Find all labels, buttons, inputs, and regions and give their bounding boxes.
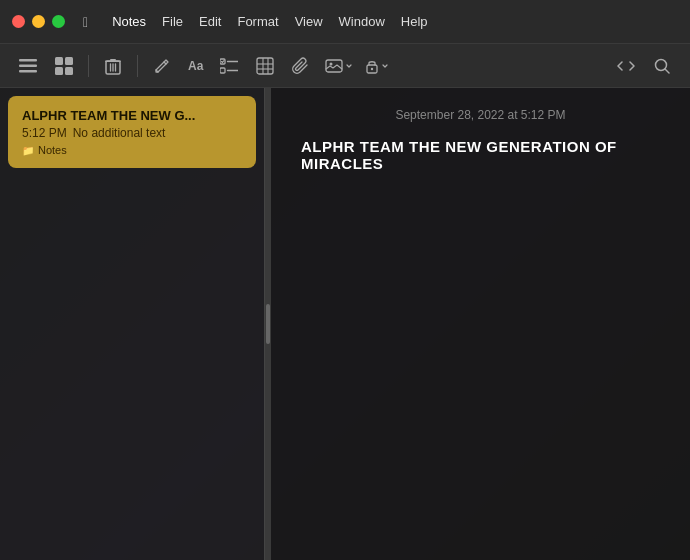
svg-rect-17	[257, 58, 273, 74]
title-bar:  Notes File Edit Format View Window Hel…	[0, 0, 690, 44]
note-folder: 📁 Notes	[22, 144, 242, 156]
menu-notes[interactable]: Notes	[104, 12, 154, 31]
resize-divider[interactable]	[265, 88, 271, 560]
note-content-title[interactable]: ALPHR TEAM THE NEW GENERATION OF MIRACLE…	[301, 138, 660, 172]
svg-rect-3	[55, 57, 63, 65]
svg-rect-22	[326, 60, 342, 72]
apple-icon: 	[83, 14, 88, 30]
photo-button[interactable]	[321, 50, 357, 82]
note-date: September 28, 2022 at 5:12 PM	[301, 108, 660, 122]
separator-1	[88, 55, 89, 77]
note-time: 5:12 PM	[22, 126, 67, 140]
main-content: ALPHR TEAM THE NEW G... 5:12 PM No addit…	[0, 88, 690, 560]
attachment-button[interactable]	[285, 50, 317, 82]
search-button[interactable]	[646, 50, 678, 82]
sidebar: ALPHR TEAM THE NEW G... 5:12 PM No addit…	[0, 88, 265, 560]
delete-button[interactable]	[97, 50, 129, 82]
lock-button[interactable]	[361, 50, 393, 82]
close-button[interactable]	[12, 15, 25, 28]
svg-rect-0	[19, 59, 37, 62]
svg-rect-9	[105, 60, 121, 62]
menu-file[interactable]: File	[154, 12, 191, 31]
note-view: September 28, 2022 at 5:12 PM ALPHR TEAM…	[271, 88, 690, 560]
list-view-button[interactable]	[12, 50, 44, 82]
minimize-button[interactable]	[32, 15, 45, 28]
svg-rect-6	[65, 67, 73, 75]
svg-rect-2	[19, 70, 37, 73]
menu-help[interactable]: Help	[393, 12, 436, 31]
note-folder-name: Notes	[38, 144, 67, 156]
note-meta: 5:12 PM No additional text	[22, 126, 242, 140]
svg-point-23	[330, 62, 333, 65]
note-list-item[interactable]: ALPHR TEAM THE NEW G... 5:12 PM No addit…	[8, 96, 256, 168]
svg-rect-14	[220, 68, 225, 73]
separator-2	[137, 55, 138, 77]
checklist-button[interactable]	[213, 50, 245, 82]
svg-point-25	[371, 67, 373, 69]
table-button[interactable]	[249, 50, 281, 82]
menu-bar:  Notes File Edit Format View Window Hel…	[83, 12, 436, 31]
svg-rect-5	[55, 67, 63, 75]
menu-edit[interactable]: Edit	[191, 12, 229, 31]
menu-format[interactable]: Format	[229, 12, 286, 31]
gallery-view-button[interactable]	[48, 50, 80, 82]
svg-rect-4	[65, 57, 73, 65]
note-item-wrapper: ALPHR TEAM THE NEW G... 5:12 PM No addit…	[0, 96, 264, 168]
folder-icon: 📁	[22, 145, 34, 156]
note-preview: No additional text	[73, 126, 166, 140]
menu-window[interactable]: Window	[331, 12, 393, 31]
compose-button[interactable]	[146, 50, 178, 82]
toolbar: Aa	[0, 44, 690, 88]
svg-rect-1	[19, 64, 37, 67]
more-button[interactable]	[610, 50, 642, 82]
maximize-button[interactable]	[52, 15, 65, 28]
svg-rect-13	[220, 59, 225, 64]
menu-view[interactable]: View	[287, 12, 331, 31]
note-title: ALPHR TEAM THE NEW G...	[22, 108, 242, 123]
traffic-lights	[12, 15, 65, 28]
svg-line-27	[665, 69, 669, 73]
format-text-button[interactable]: Aa	[182, 50, 209, 82]
